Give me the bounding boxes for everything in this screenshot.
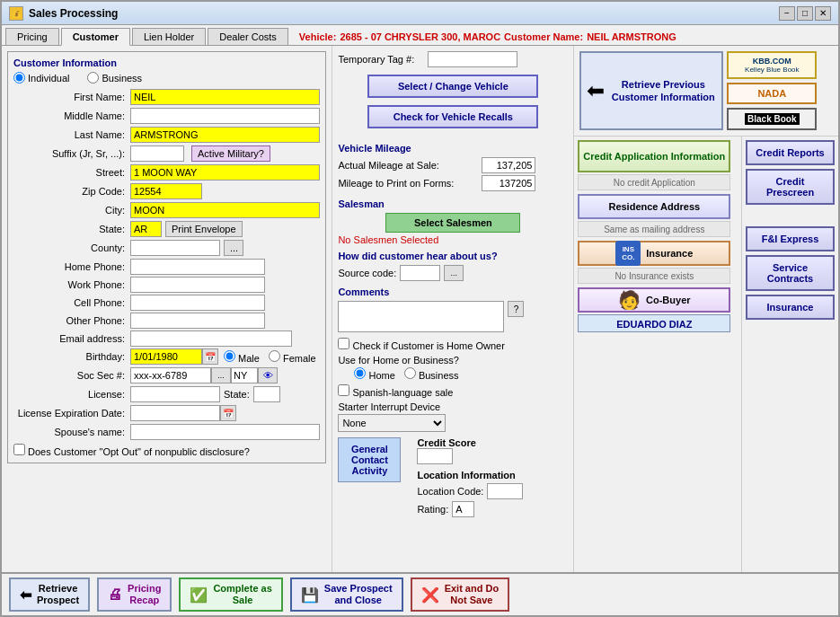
soc-state-input[interactable] xyxy=(231,367,258,383)
close-button[interactable]: ✕ xyxy=(815,6,831,21)
spouses-input[interactable] xyxy=(130,424,320,440)
license-state-input[interactable] xyxy=(253,386,280,402)
residence-button[interactable]: Residence Address xyxy=(578,194,730,219)
business-option[interactable]: Business xyxy=(87,72,142,84)
select-vehicle-button[interactable]: Select / Change Vehicle xyxy=(367,75,538,98)
exp-date-calendar-icon[interactable]: 📅 xyxy=(220,405,236,421)
comments-input[interactable] xyxy=(338,301,504,332)
retrieve-customer-button[interactable]: ⬅ Retrieve Previous Customer Information xyxy=(579,51,723,130)
spouses-row: Spouse's name: xyxy=(13,424,320,440)
save-prospect-button[interactable]: 💾 Save Prospectand Close xyxy=(290,577,403,612)
insurance-right-button[interactable]: Insurance xyxy=(746,295,835,320)
starter-select[interactable]: None xyxy=(338,414,446,432)
work-phone-input[interactable] xyxy=(130,277,265,293)
no-credit-app: No credit Application xyxy=(578,174,730,190)
spanish-label[interactable]: Spanish-language sale xyxy=(338,387,453,398)
male-option[interactable]: Male xyxy=(224,350,260,364)
vehicle-recalls-button[interactable]: Check for Vehicle Recalls xyxy=(367,105,538,128)
county-input[interactable] xyxy=(130,240,220,256)
title-bar: 💰 Sales Processing − □ ✕ xyxy=(2,2,838,25)
tabs-row: Pricing Customer Lien Holder Dealer Cost… xyxy=(2,25,838,46)
tab-customer[interactable]: Customer xyxy=(61,28,130,46)
source-input[interactable] xyxy=(400,265,440,281)
comments-help-button[interactable]: ? xyxy=(508,301,524,317)
opt-out-checkbox[interactable] xyxy=(13,444,25,455)
exit-button[interactable]: ❌ Exit and DoNot Save xyxy=(411,577,510,612)
birthday-calendar-icon[interactable]: 📅 xyxy=(202,348,218,365)
home-phone-input[interactable] xyxy=(130,259,265,275)
soc-sec-input[interactable] xyxy=(130,367,211,383)
maximize-button[interactable]: □ xyxy=(797,6,813,21)
home-radio-option[interactable]: Home xyxy=(354,367,394,381)
individual-option[interactable]: Individual xyxy=(13,72,69,84)
right-panel: ⬅ Retrieve Previous Customer Information… xyxy=(574,46,838,572)
county-label: County: xyxy=(13,242,130,253)
cell-phone-input[interactable] xyxy=(130,295,265,311)
business-radio-option[interactable]: Business xyxy=(404,367,459,381)
cell-phone-row: Cell Phone: xyxy=(13,295,320,311)
cobuyer-button[interactable]: 🧑 Co-Buyer xyxy=(578,287,730,313)
heard-section: How did customer hear about us? Source c… xyxy=(338,251,568,281)
service-contracts-button[interactable]: Service Contracts xyxy=(746,255,835,291)
business-radio[interactable] xyxy=(404,367,416,379)
state-input[interactable] xyxy=(130,221,162,237)
first-name-input[interactable] xyxy=(130,89,320,105)
tab-pricing[interactable]: Pricing xyxy=(5,28,59,45)
blackbook-button[interactable]: Black Book xyxy=(727,108,817,130)
suffix-input[interactable] xyxy=(130,145,184,162)
print-envelope-button[interactable]: Print Envelope xyxy=(165,221,243,237)
email-input[interactable] xyxy=(130,331,292,347)
individual-radio[interactable] xyxy=(13,72,25,84)
soc-eye-button[interactable]: 👁 xyxy=(258,367,278,383)
last-name-input[interactable] xyxy=(130,127,320,143)
location-code-input[interactable] xyxy=(487,483,523,499)
rating-input[interactable] xyxy=(452,501,474,517)
temp-tag-input[interactable] xyxy=(428,51,517,67)
business-radio[interactable] xyxy=(87,72,99,84)
license-input[interactable] xyxy=(130,386,220,402)
actual-mileage-input[interactable] xyxy=(482,157,535,173)
credit-app-button[interactable]: Credit Application Information xyxy=(578,140,730,172)
street-input[interactable] xyxy=(130,164,320,181)
mileage-print-input[interactable] xyxy=(482,175,535,191)
tab-lien-holder[interactable]: Lien Holder xyxy=(132,28,206,45)
city-input[interactable] xyxy=(130,202,320,218)
home-owner-checkbox[interactable] xyxy=(338,338,349,349)
exp-date-input[interactable] xyxy=(130,405,220,421)
soc-sec-ellipsis-button[interactable]: ... xyxy=(211,367,231,383)
opt-out-label[interactable]: Does Customer "Opt Out" of nonpublic dis… xyxy=(13,446,250,457)
middle-name-input[interactable] xyxy=(130,108,320,124)
bottom-row: GeneralContactActivity Credit Score Loca… xyxy=(338,437,568,519)
zip-row: Zip Code: xyxy=(13,183,320,199)
home-radio[interactable] xyxy=(354,367,366,379)
nada-button[interactable]: NADA xyxy=(727,83,817,104)
select-salesman-button[interactable]: Select Salesmen xyxy=(385,213,520,233)
home-owner-label[interactable]: Check if Customer is Home Owner xyxy=(338,338,504,351)
county-ellipsis-button[interactable]: ... xyxy=(224,240,243,256)
title-controls: − □ ✕ xyxy=(779,6,831,21)
credit-score-input[interactable] xyxy=(417,448,453,464)
pricing-recap-button[interactable]: 🖨 PricingRecap xyxy=(97,577,172,612)
tab-dealer-costs[interactable]: Dealer Costs xyxy=(208,28,288,45)
fni-express-button[interactable]: F&I Express xyxy=(746,226,835,251)
other-phone-input[interactable] xyxy=(130,313,265,329)
spanish-checkbox[interactable] xyxy=(338,384,349,396)
salesman-title: Salesman xyxy=(338,198,568,209)
female-radio[interactable] xyxy=(269,350,280,362)
retrieve-prospect-button[interactable]: ⬅ RetrieveProspect xyxy=(9,577,90,612)
female-option[interactable]: Female xyxy=(269,350,316,364)
source-ellipsis-button[interactable]: ... xyxy=(444,265,464,281)
retrieve-text: Retrieve Previous Customer Information xyxy=(610,78,716,104)
minimize-button[interactable]: − xyxy=(779,6,795,21)
active-military-button[interactable]: Active Military? xyxy=(191,145,270,162)
birthday-input[interactable] xyxy=(130,348,202,365)
general-contact-button[interactable]: GeneralContactActivity xyxy=(338,437,401,482)
credit-reports-button[interactable]: Credit Reports xyxy=(746,140,835,165)
male-radio[interactable] xyxy=(224,350,235,362)
cobuyer-icon: 🧑 xyxy=(618,289,641,311)
kbb-button[interactable]: KBB.COM Kelley Blue Book xyxy=(727,51,817,79)
credit-prescreen-button[interactable]: Credit Prescreen xyxy=(746,169,835,205)
insurance-button[interactable]: INSCO. Insurance xyxy=(578,241,730,266)
zip-input[interactable] xyxy=(130,183,202,199)
complete-as-sale-button[interactable]: ✅ Complete asSale xyxy=(179,577,282,612)
